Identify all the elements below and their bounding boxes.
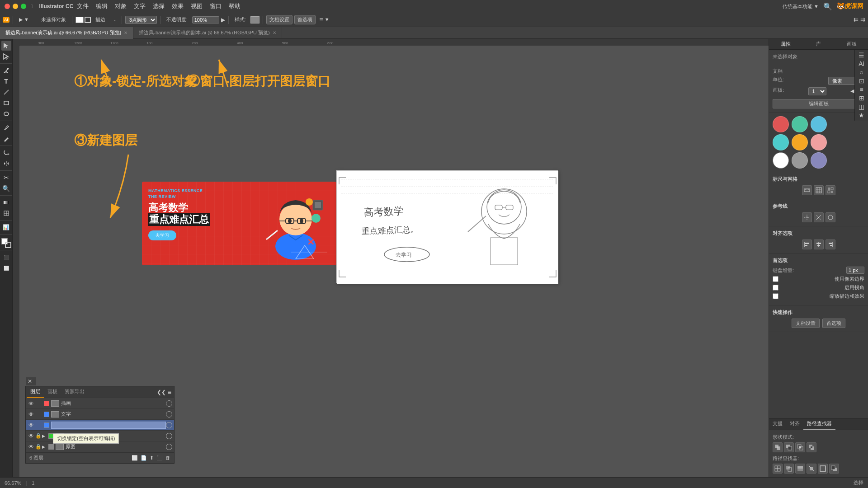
layer-eye-chua[interactable]: 👁 xyxy=(28,400,35,407)
close-button[interactable] xyxy=(5,4,10,9)
layer-name-input[interactable] xyxy=(51,422,166,429)
properties-icon[interactable]: ☰ xyxy=(859,52,864,59)
preferences-button[interactable]: 首选项 xyxy=(294,15,316,24)
layer-lock-original[interactable]: 🔒 xyxy=(35,444,42,450)
distribute-icon[interactable]: ⊞ xyxy=(859,94,864,102)
rp-tab-properties[interactable]: 属性 xyxy=(769,39,802,49)
menu-effect[interactable]: 效果 xyxy=(172,2,184,10)
layer-expand-palette[interactable]: ▶ xyxy=(42,434,47,438)
search-icon[interactable]: 🔍 xyxy=(823,2,832,11)
tab-1[interactable]: 插边风-banner演示稿.ai @ 66.67% (RGB/GPU 预览) ✕ xyxy=(0,27,133,39)
menu-window[interactable]: 窗口 xyxy=(210,2,222,10)
circle-icon-right[interactable]: ○ xyxy=(859,69,863,76)
rp-tab-pathfinder[interactable]: 路径查找器 xyxy=(803,418,835,430)
menu-view[interactable]: 视图 xyxy=(191,2,203,10)
layer-eye-palette[interactable]: 👁 xyxy=(28,433,35,439)
drawing-mode[interactable]: ⬛ xyxy=(1,252,11,262)
rectangle-tool[interactable] xyxy=(1,98,11,108)
corners-checkbox[interactable] xyxy=(773,285,778,291)
layer-visibility-dot-chua[interactable] xyxy=(166,400,172,407)
artboard-prev-icon[interactable]: ◀ xyxy=(850,88,854,94)
merge-icon[interactable] xyxy=(795,464,805,474)
menu-select[interactable]: 选择 xyxy=(153,2,165,10)
scale-checkbox[interactable] xyxy=(773,293,778,299)
swatch-gray[interactable] xyxy=(792,152,808,169)
grid-icon[interactable] xyxy=(814,185,824,195)
swatch-purple-gray[interactable] xyxy=(811,152,827,169)
paintbrush-tool[interactable] xyxy=(1,123,11,133)
stroke-swatch[interactable] xyxy=(85,17,91,23)
arrange-icon[interactable]: ≣ ▼ xyxy=(319,17,330,23)
layer-eye-original[interactable]: 👁 xyxy=(28,444,35,450)
ellipse-tool[interactable] xyxy=(1,109,11,119)
menu-text[interactable]: 文字 xyxy=(134,2,146,10)
panel-close-icon[interactable]: ✕ xyxy=(28,378,32,385)
screen-mode[interactable]: ⬜ xyxy=(1,263,11,273)
panel-collapse-icon[interactable]: ❮❮ xyxy=(157,389,166,395)
ai-icon-right[interactable]: Ai xyxy=(859,60,864,67)
apple-menu[interactable]:  xyxy=(31,3,33,9)
fill-stroke-indicator[interactable] xyxy=(1,238,11,248)
swatch-red[interactable] xyxy=(773,116,789,132)
rp-keyboard-input[interactable] xyxy=(846,267,864,274)
rp-tab-align[interactable]: 对齐 xyxy=(786,418,803,430)
panel-tab-export[interactable]: 资源导出 xyxy=(61,386,88,398)
type-tool[interactable]: T xyxy=(1,76,11,86)
snap-checkbox[interactable] xyxy=(773,276,778,282)
menu-edit[interactable]: 编辑 xyxy=(96,2,108,10)
expand-icon[interactable]: ⇇ xyxy=(854,16,859,23)
zoom-level[interactable]: 66.67% xyxy=(5,480,21,486)
minimize-button[interactable] xyxy=(13,4,18,9)
tab-2[interactable]: 插边风-banner演示稿的副本.ai @ 66.67% (RGB/GPU 预览… xyxy=(133,27,282,39)
trim-icon[interactable] xyxy=(784,464,794,474)
pencil-tool[interactable] xyxy=(1,134,11,144)
align-right-icon[interactable] xyxy=(826,239,835,249)
line-tool[interactable] xyxy=(1,87,11,97)
direct-selection-tool[interactable] xyxy=(1,52,11,61)
layer-visibility-dot-palette[interactable] xyxy=(166,433,172,439)
panel-tab-layers[interactable]: 图层 xyxy=(27,386,44,398)
unite-icon[interactable] xyxy=(773,442,783,452)
pen-tool[interactable] xyxy=(1,66,11,75)
align-left-icon[interactable] xyxy=(802,239,812,249)
intersect-icon[interactable] xyxy=(795,442,805,452)
transform-icon[interactable]: ⊡ xyxy=(859,77,864,84)
panel-tab-artboards[interactable]: 画板 xyxy=(44,386,61,398)
chart-tool[interactable]: 📊 xyxy=(1,222,11,232)
mesh-tool[interactable] xyxy=(1,208,11,218)
layer-visibility-dot-editing[interactable] xyxy=(166,422,172,428)
ruler-icon[interactable] xyxy=(802,185,812,195)
delete-layer-icon[interactable]: 🗑 xyxy=(165,455,170,461)
rp-tab-artboard[interactable]: 画板 xyxy=(835,39,868,49)
divide-icon[interactable] xyxy=(773,464,783,474)
layer-eye-editing[interactable]: 👁 xyxy=(28,422,35,428)
crop-icon[interactable] xyxy=(807,464,816,474)
guides-icon2[interactable] xyxy=(814,212,824,222)
quick-doc-settings-button[interactable]: 文档设置 xyxy=(792,319,820,328)
rp-artboard-select[interactable]: 1 xyxy=(808,87,826,95)
panel-menu-icon[interactable]: ≡ xyxy=(168,389,171,396)
new-layer-icon[interactable]: 📄 xyxy=(141,455,147,461)
outline-icon[interactable] xyxy=(818,464,828,474)
swatch-blue[interactable] xyxy=(811,116,827,132)
tab-2-close[interactable]: ✕ xyxy=(273,30,276,35)
rp-tab-transform[interactable]: 支援 xyxy=(769,418,786,430)
fill-swatch[interactable] xyxy=(75,17,84,23)
rotate-tool[interactable] xyxy=(1,148,11,158)
menu-file[interactable]: 文件 xyxy=(77,2,89,10)
exclude-icon[interactable] xyxy=(807,442,816,452)
star-icon[interactable]: ★ xyxy=(859,112,864,119)
layer-lock-palette[interactable]: 🔒 xyxy=(35,433,42,439)
duplicate-layer-icon[interactable]: ⬛ xyxy=(156,455,163,461)
minus-back-icon[interactable] xyxy=(829,464,839,474)
tab-1-close[interactable]: ✕ xyxy=(124,30,127,35)
align-center-icon[interactable] xyxy=(814,239,824,249)
workspace-selector[interactable]: 传统基本功能 ▼ xyxy=(783,3,819,10)
doc-settings-button[interactable]: 文档设置 xyxy=(266,15,292,24)
scissors-tool[interactable]: ✂ xyxy=(1,173,11,183)
rp-tab-library[interactable]: 库 xyxy=(802,39,835,49)
layer-visibility-dot-text[interactable] xyxy=(166,411,172,418)
stroke-type-select[interactable]: 3点圆形 xyxy=(125,16,157,24)
maximize-button[interactable] xyxy=(21,4,26,9)
menu-help[interactable]: 帮助 xyxy=(229,2,241,10)
